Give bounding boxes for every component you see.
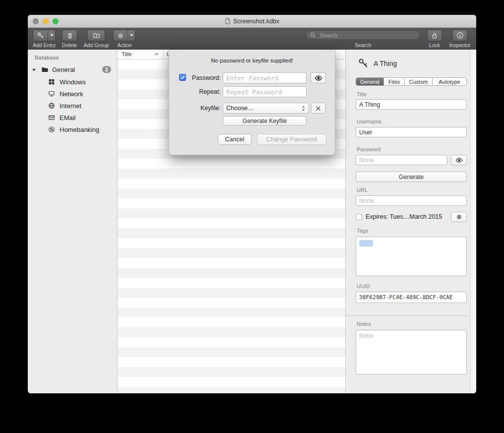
eye-icon xyxy=(315,75,322,81)
sidebar-item-email[interactable]: EMail xyxy=(28,112,117,124)
sidebar: Database General 2 Windows Network xyxy=(28,50,118,393)
window-zoom-button[interactable] xyxy=(53,18,59,24)
column-separator[interactable] xyxy=(163,50,164,59)
action-label: Action xyxy=(117,42,131,48)
sheet-password-input[interactable] xyxy=(223,72,307,83)
password-checkbox[interactable] xyxy=(179,74,186,81)
generate-password-label: Generate xyxy=(399,174,424,181)
uuid-field[interactable] xyxy=(356,292,467,303)
keyfile-popup-value: Choose… xyxy=(226,105,254,112)
tags-box[interactable] xyxy=(356,237,467,276)
document-icon xyxy=(225,18,231,24)
gear-icon xyxy=(114,30,127,41)
expires-label: Expires: Tues…March 2015 xyxy=(366,213,442,220)
password-label: Password: xyxy=(188,74,221,81)
inspector-tabs: General Files Custom Autotype xyxy=(356,77,467,86)
eye-icon xyxy=(455,157,463,163)
add-group-button[interactable] xyxy=(87,30,105,41)
percent-coin-icon xyxy=(48,126,55,133)
chevron-down-icon xyxy=(48,30,55,41)
sidebar-item-general[interactable]: General 2 xyxy=(28,63,117,75)
window-minimize-button[interactable] xyxy=(43,18,49,24)
username-field[interactable] xyxy=(356,127,467,137)
tag-chip[interactable] xyxy=(359,240,373,247)
sidebar-item-network[interactable]: Network xyxy=(28,88,117,100)
sidebar-item-label: Homebanking xyxy=(60,126,99,133)
key-icon xyxy=(358,58,369,68)
entry-title: A Thing xyxy=(374,60,397,67)
change-password-label: Change Password xyxy=(266,136,317,143)
app-window: Screenshot.kdbx Add Entry Delete Add Gro… xyxy=(28,15,476,393)
tags-label: Tags xyxy=(357,228,368,234)
show-password-button[interactable] xyxy=(451,155,467,165)
expires-settings-button[interactable] xyxy=(451,212,467,222)
tab-files[interactable]: Files xyxy=(384,78,405,85)
inspector-button[interactable] xyxy=(452,30,467,41)
popup-stepper-icon xyxy=(301,105,306,112)
notes-label: Notes xyxy=(357,321,371,327)
keyfile-popup[interactable]: Choose… xyxy=(223,103,309,114)
disclosure-triangle-icon[interactable] xyxy=(32,67,36,72)
action-button[interactable] xyxy=(113,30,135,41)
inspector-label: Inspector xyxy=(449,42,470,48)
sort-ascending-icon[interactable] xyxy=(154,53,159,56)
gear-icon xyxy=(456,214,462,220)
count-badge: 2 xyxy=(102,66,111,73)
lock-label: Lock xyxy=(429,42,440,48)
url-field-label: URL xyxy=(357,187,368,193)
window-close-button[interactable] xyxy=(33,18,39,24)
tab-autotype[interactable]: Autotype xyxy=(433,78,466,85)
trash-icon xyxy=(63,30,77,41)
sidebar-item-windows[interactable]: Windows xyxy=(28,76,117,88)
inspector-scrollbar[interactable] xyxy=(470,50,476,393)
titlebar: Screenshot.kdbx xyxy=(28,15,476,28)
tab-custom[interactable]: Custom xyxy=(405,78,433,85)
sidebar-item-homebanking[interactable]: Homebanking xyxy=(28,124,117,135)
search-input[interactable] xyxy=(318,32,416,39)
network-icon xyxy=(48,90,55,97)
sidebar-item-label: Internet xyxy=(60,102,81,110)
chevron-down-icon xyxy=(127,30,135,41)
clear-keyfile-button[interactable] xyxy=(311,103,325,114)
sidebar-section-header: Database xyxy=(35,55,59,61)
search-box xyxy=(306,30,421,40)
window-title-text: Screenshot.kdbx xyxy=(233,18,279,25)
inspector-panel: A Thing General Files Custom Autotype Ti… xyxy=(345,50,476,393)
expires-checkbox[interactable] xyxy=(356,214,362,220)
cancel-button[interactable]: Cancel xyxy=(218,134,252,145)
keyfile-label: Keyfile: xyxy=(188,105,221,112)
url-field[interactable] xyxy=(356,195,467,206)
cancel-label: Cancel xyxy=(225,136,245,143)
toolbar: Add Entry Delete Add Group Action xyxy=(28,28,476,50)
search-icon xyxy=(310,32,316,38)
sidebar-item-internet[interactable]: Internet xyxy=(28,100,117,112)
notes-field[interactable] xyxy=(356,330,467,374)
password-field-label: Password xyxy=(357,146,380,152)
column-header-title[interactable]: Title xyxy=(122,51,131,57)
key-icon xyxy=(33,30,48,41)
lock-button[interactable] xyxy=(427,30,442,41)
sheet-repeat-input[interactable] xyxy=(223,86,307,97)
add-entry-label: Add Entry xyxy=(33,42,56,48)
add-group-label: Add Group xyxy=(84,42,109,48)
show-password-button[interactable] xyxy=(311,72,326,83)
change-password-button[interactable]: Change Password xyxy=(257,134,326,145)
generate-password-button[interactable]: Generate xyxy=(356,172,467,182)
search-label: Search xyxy=(355,42,371,48)
password-field[interactable] xyxy=(356,155,447,165)
delete-button[interactable] xyxy=(62,30,77,41)
sidebar-item-label: EMail xyxy=(60,114,76,122)
generate-keyfile-label: Generate Keyfile xyxy=(243,118,287,124)
sidebar-item-label: General xyxy=(52,66,75,73)
generate-keyfile-button[interactable]: Generate Keyfile xyxy=(223,116,307,125)
folder-plus-icon xyxy=(88,30,105,41)
repeat-label: Repeat: xyxy=(188,88,221,95)
traffic-lights xyxy=(33,18,59,24)
title-field-label: Title xyxy=(357,91,367,97)
add-entry-button[interactable] xyxy=(33,30,56,41)
sidebar-item-label: Network xyxy=(60,90,83,98)
tab-general[interactable]: General xyxy=(356,78,384,85)
username-field-label: Username xyxy=(357,119,382,124)
close-icon xyxy=(315,106,321,111)
title-field[interactable] xyxy=(356,99,467,110)
